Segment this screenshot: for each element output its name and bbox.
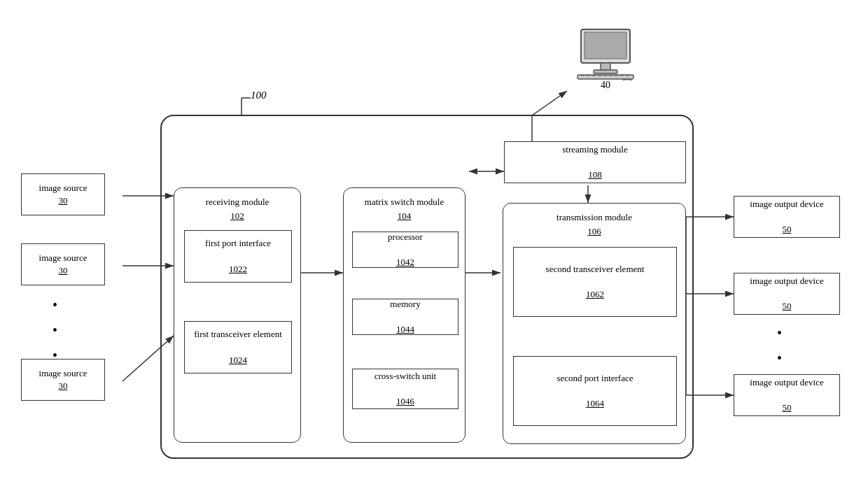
memory: memory 1044 — [352, 299, 458, 335]
svg-rect-22 — [584, 32, 626, 59]
first-transceiver-element: first transceiver element 1024 — [184, 321, 292, 373]
image-output-2: image output device 50 — [734, 273, 840, 315]
image-source-3: image source 30 — [21, 359, 105, 401]
streaming-module: streaming module 108 — [504, 141, 686, 183]
source-dots: ••• — [52, 292, 57, 368]
cross-switch-unit: cross-switch unit 1046 — [352, 369, 458, 409]
second-transceiver-element: second transceiver element 1062 — [513, 247, 677, 317]
second-port-interface: second port interface 1064 — [513, 356, 677, 426]
image-source-1: image source 30 — [21, 173, 105, 215]
svg-line-7 — [122, 336, 174, 381]
transmission-module: transmission module 106 second transceiv… — [503, 203, 686, 444]
image-source-2: image source 30 — [21, 243, 105, 285]
first-port-interface: first port interface 1022 — [184, 230, 292, 283]
processor: processor 1042 — [352, 232, 458, 268]
svg-rect-24 — [594, 70, 617, 73]
ref-100-label: 100 — [251, 90, 267, 101]
diagram: 100 40 image source — [0, 0, 868, 484]
svg-rect-23 — [601, 63, 610, 70]
computer-icon: 40 — [567, 28, 644, 91]
image-output-1: image output device 50 — [734, 196, 840, 238]
matrix-switch-module: matrix switch module 104 processor 1042 … — [343, 187, 465, 443]
image-output-3: image output device 50 — [734, 374, 840, 416]
svg-line-18 — [532, 91, 567, 115]
receiving-module: receiving module 102 first port interfac… — [174, 187, 301, 443]
ref-40-label: 40 — [567, 80, 644, 91]
